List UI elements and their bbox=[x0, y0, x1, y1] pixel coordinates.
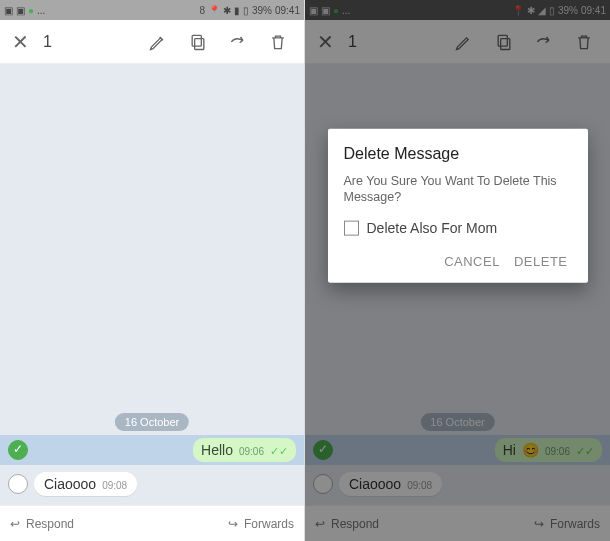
respond-button[interactable]: ↩ Respond bbox=[10, 517, 74, 531]
selection-checkbox[interactable] bbox=[8, 440, 28, 460]
message-text: Hello bbox=[201, 442, 233, 458]
message-row-outgoing[interactable]: Hello 09:06 ✓✓ bbox=[0, 435, 304, 465]
dialog-title: Delete Message bbox=[344, 144, 572, 162]
message-time: 09:06 bbox=[239, 446, 264, 457]
date-chip: 16 October bbox=[115, 413, 189, 431]
cancel-button[interactable]: CANCEL bbox=[440, 248, 504, 275]
location-icon: 📍 bbox=[208, 5, 220, 16]
message-time: 09:08 bbox=[102, 480, 127, 491]
bottom-action-bar: ↩ Respond ↪ Forwards bbox=[0, 505, 304, 541]
chat-area[interactable]: 16 October Hello 09:06 ✓✓ Ciaoooo 09:08 bbox=[0, 64, 304, 505]
selected-count: 1 bbox=[43, 33, 52, 51]
delete-button[interactable]: DELETE bbox=[510, 248, 572, 275]
bluetooth-icon: ✱ bbox=[223, 5, 231, 16]
battery-icon: ▯ bbox=[243, 5, 249, 16]
close-selection-button[interactable]: ✕ bbox=[6, 24, 35, 60]
signal-icon: ▮ bbox=[234, 5, 240, 16]
copy-icon[interactable] bbox=[178, 26, 218, 58]
phone-left: ▣ ▣ ● ... 8 📍 ✱ ▮ ▯ 39% 09:41 ✕ 1 bbox=[0, 0, 305, 541]
checkbox-label: Delete Also For Mom bbox=[367, 220, 498, 236]
notif-icon: ▣ bbox=[16, 5, 25, 16]
edit-icon[interactable] bbox=[138, 26, 178, 58]
phone-right: ▣ ▣ ● ... 📍 ✱ ◢ ▯ 39% 09:41 ✕ 1 bbox=[305, 0, 610, 541]
message-row-incoming[interactable]: Ciaoooo 09:08 bbox=[0, 469, 304, 499]
whatsapp-icon: ● bbox=[28, 5, 34, 16]
incoming-bubble[interactable]: Ciaoooo 09:08 bbox=[34, 472, 137, 496]
message-text: Ciaoooo bbox=[44, 476, 96, 492]
delete-message-dialog: Delete Message Are You Sure You Want To … bbox=[328, 128, 588, 283]
dialog-body: Are You Sure You Want To Delete This Mes… bbox=[344, 172, 572, 206]
forward-icon[interactable] bbox=[218, 26, 258, 58]
status-bar: ▣ ▣ ● ... 8 📍 ✱ ▮ ▯ 39% 09:41 bbox=[0, 0, 304, 20]
selection-checkbox[interactable] bbox=[8, 474, 28, 494]
respond-label: Respond bbox=[26, 517, 74, 531]
clock-text: 09:41 bbox=[275, 5, 300, 16]
checkbox-icon[interactable] bbox=[344, 220, 359, 235]
svg-rect-0 bbox=[195, 38, 204, 49]
outgoing-bubble[interactable]: Hello 09:06 ✓✓ bbox=[193, 438, 296, 462]
read-ticks-icon: ✓✓ bbox=[270, 445, 288, 458]
selection-action-bar: ✕ 1 bbox=[0, 20, 304, 64]
svg-rect-1 bbox=[192, 35, 201, 46]
delete-for-recipient-checkbox[interactable]: Delete Also For Mom bbox=[344, 220, 572, 236]
status-ellipsis: ... bbox=[37, 5, 45, 16]
notif-icon: ▣ bbox=[4, 5, 13, 16]
forwards-button[interactable]: ↪ Forwards bbox=[228, 517, 294, 531]
delete-icon[interactable] bbox=[258, 26, 298, 58]
forward-arrow-icon: ↪ bbox=[228, 517, 238, 531]
battery-text: 39% bbox=[252, 5, 272, 16]
forwards-label: Forwards bbox=[244, 517, 294, 531]
status-extra: 8 bbox=[199, 5, 205, 16]
reply-arrow-icon: ↩ bbox=[10, 517, 20, 531]
